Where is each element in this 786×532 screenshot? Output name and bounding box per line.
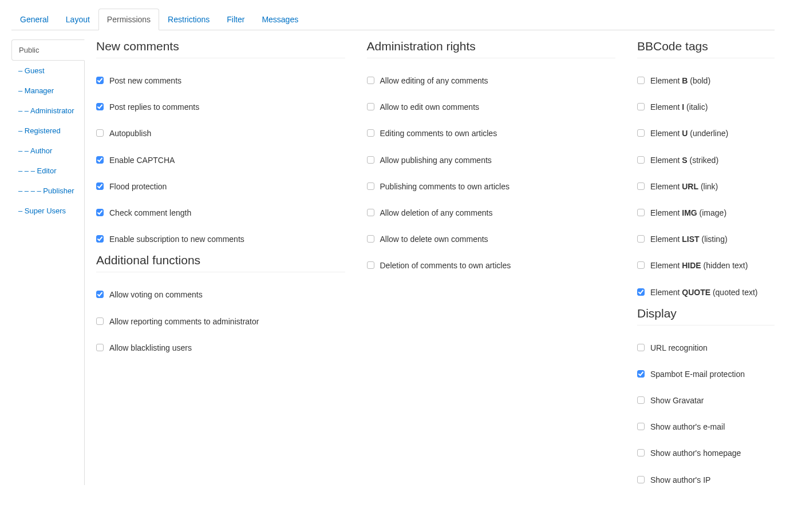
sidebar-item-5[interactable]: – – Author xyxy=(11,141,84,161)
checkbox-label: Allow publishing any comments xyxy=(380,155,492,165)
checkbox[interactable] xyxy=(367,235,374,243)
check-row: Element URL (link) xyxy=(637,181,775,192)
checkbox[interactable] xyxy=(637,449,645,456)
label-bold: URL xyxy=(682,182,698,191)
checkbox-label: Allow to edit own comments xyxy=(380,102,480,112)
checkbox[interactable] xyxy=(367,156,374,164)
check-row: Check comment length xyxy=(96,208,345,218)
label-suffix: (bold) xyxy=(688,76,710,85)
check-row: Publishing comments to own articles xyxy=(367,181,616,192)
label-bold: IMG xyxy=(682,208,697,217)
sidebar-item-8[interactable]: – Super Users xyxy=(11,201,84,221)
checkbox[interactable] xyxy=(637,261,645,269)
checkbox[interactable] xyxy=(637,103,645,110)
check-row: Allow to edit own comments xyxy=(367,102,616,112)
checkbox-label: Enable CAPTCHA xyxy=(109,155,175,165)
checkbox[interactable] xyxy=(96,129,104,137)
checkbox[interactable] xyxy=(96,182,104,190)
checkbox[interactable] xyxy=(637,182,645,190)
checkbox[interactable] xyxy=(637,156,645,164)
checkbox-label: Allow editing of any comments xyxy=(380,76,488,86)
checkbox[interactable] xyxy=(96,209,104,216)
check-row: Element I (italic) xyxy=(637,102,775,112)
check-row: Spambot E-mail protection xyxy=(637,369,775,379)
tabs: GeneralLayoutPermissionsRestrictionsFilt… xyxy=(11,8,775,30)
checklist-admin: Allow editing of any commentsAllow to ed… xyxy=(367,76,616,271)
check-row: Element IMG (image) xyxy=(637,208,775,218)
checkbox[interactable] xyxy=(637,209,645,216)
checkbox[interactable] xyxy=(637,235,645,243)
tab-permissions[interactable]: Permissions xyxy=(98,9,159,30)
label-bold: S xyxy=(682,156,687,165)
tab-messages[interactable]: Messages xyxy=(253,9,307,30)
check-row: Enable subscription to new comments xyxy=(96,234,345,244)
label-suffix: (link) xyxy=(698,182,718,191)
check-row: Show author's e-mail xyxy=(637,422,775,432)
checkbox[interactable] xyxy=(367,103,374,110)
checkbox[interactable] xyxy=(367,209,374,216)
checkbox[interactable] xyxy=(637,288,645,296)
checkbox[interactable] xyxy=(96,156,104,164)
check-row: Allow editing of any comments xyxy=(367,76,616,86)
col-admin-rights: Administration rights Allow editing of a… xyxy=(367,39,616,485)
checklist-bbcode: Element B (bold)Element I (italic)Elemen… xyxy=(637,76,775,297)
check-row: Post replies to comments xyxy=(96,102,345,112)
sidebar-item-6[interactable]: – – – Editor xyxy=(11,161,84,181)
section-title-new-comments: New comments xyxy=(96,39,345,58)
checkbox-label: Element I (italic) xyxy=(650,102,708,112)
sidebar-item-1[interactable]: – Guest xyxy=(11,61,84,81)
label-bold: QUOTE xyxy=(682,288,710,297)
checkbox[interactable] xyxy=(96,235,104,243)
checkbox[interactable] xyxy=(367,77,374,84)
checkbox[interactable] xyxy=(96,344,104,351)
label-suffix: (underline) xyxy=(688,129,728,138)
checkbox[interactable] xyxy=(637,77,645,84)
checkbox-label: Show author's e-mail xyxy=(650,422,725,432)
sidebar-item-0[interactable]: Public xyxy=(11,39,85,61)
check-row: Show author's homepage xyxy=(637,448,775,458)
label-prefix: Element xyxy=(650,261,682,270)
checkbox[interactable] xyxy=(637,370,645,378)
checkbox[interactable] xyxy=(96,77,104,84)
label-suffix: (image) xyxy=(697,208,726,217)
checkbox[interactable] xyxy=(96,291,104,298)
checkbox[interactable] xyxy=(367,182,374,190)
checkbox-label: Autopublish xyxy=(109,128,151,138)
checkbox[interactable] xyxy=(637,344,645,351)
checkbox[interactable] xyxy=(96,317,104,325)
content: Public– Guest– Manager– – Administrator–… xyxy=(11,39,775,485)
tab-restrictions[interactable]: Restrictions xyxy=(159,9,218,30)
checkbox[interactable] xyxy=(637,476,645,483)
label-prefix: Element xyxy=(650,129,682,138)
label-suffix: (quoted text) xyxy=(710,288,758,297)
check-row: Autopublish xyxy=(96,128,345,138)
tab-filter[interactable]: Filter xyxy=(218,9,253,30)
check-row: Deletion of comments to own articles xyxy=(367,260,616,271)
checkbox-label: Show Gravatar xyxy=(650,395,704,406)
sidebar-item-2[interactable]: – Manager xyxy=(11,81,84,101)
col-bbcode-display: BBCode tags Element B (bold)Element I (i… xyxy=(637,39,775,485)
check-row: Allow blacklisting users xyxy=(96,343,345,353)
checkbox[interactable] xyxy=(96,103,104,110)
section-title-admin: Administration rights xyxy=(367,39,616,58)
sidebar-item-4[interactable]: – Registered xyxy=(11,121,84,141)
tab-layout[interactable]: Layout xyxy=(57,9,98,30)
sidebar-item-7[interactable]: – – – – Publisher xyxy=(11,181,84,201)
label-suffix: (italic) xyxy=(684,102,708,112)
checkbox-label: Element IMG (image) xyxy=(650,208,726,218)
checkbox[interactable] xyxy=(637,396,645,404)
check-row: Element S (striked) xyxy=(637,155,775,165)
checkbox-label: Deletion of comments to own articles xyxy=(380,260,511,271)
checklist-display: URL recognitionSpambot E-mail protection… xyxy=(637,343,775,485)
tab-general[interactable]: General xyxy=(11,9,57,30)
checkbox[interactable] xyxy=(637,129,645,137)
check-row: Enable CAPTCHA xyxy=(96,155,345,165)
check-row: Element HIDE (hidden text) xyxy=(637,260,775,271)
checkbox[interactable] xyxy=(367,129,374,137)
checkbox[interactable] xyxy=(367,261,374,269)
checkbox-label: Element B (bold) xyxy=(650,76,710,86)
sidebar-item-3[interactable]: – – Administrator xyxy=(11,101,84,121)
checkbox-label: Show author's homepage xyxy=(650,448,741,458)
checkbox-label: Show author's IP xyxy=(650,475,710,485)
checkbox[interactable] xyxy=(637,423,645,430)
